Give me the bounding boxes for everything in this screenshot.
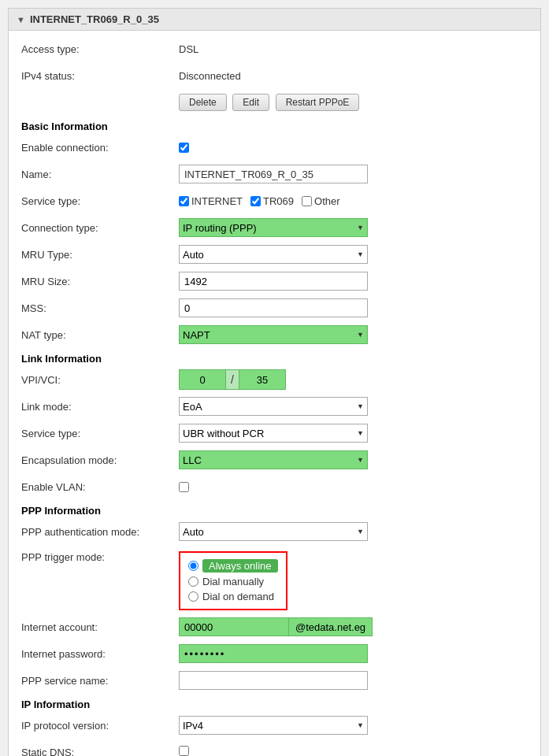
ppp-trigger-mode-row: PPP trigger mode: Always online Dial man… [21,548,528,610]
static-dns-value [179,746,528,756]
service-internet-label: INTERNET [191,195,243,207]
ppp-auth-mode-value: Auto [179,522,528,541]
nat-type-row: NAT type: NAPT [21,324,528,345]
page-title: INTERNET_TR069_R_0_35 [30,13,159,25]
ppp-auth-mode-select[interactable]: Auto [179,522,368,541]
ipv4-status-label: IPv4 status: [21,70,179,82]
service-tr069-item: TR069 [250,195,294,207]
service-type-row: Service type: INTERNET TR069 Other [21,191,528,211]
mru-type-wrapper: Auto [179,245,368,264]
ppp-service-name-value [179,671,528,690]
ip-info-heading: IP Information [21,699,528,710]
service-other-label: Other [314,195,340,207]
ip-protocol-row: IP protocol version: IPv4 [21,715,528,736]
link-mode-row: Link mode: EoA [21,396,528,417]
title-bar: ▼ INTERNET_TR069_R_0_35 [9,9,540,31]
nat-type-label: NAT type: [21,329,179,341]
dial-manually-row: Dial manually [188,576,278,587]
delete-button[interactable]: Delete [179,94,227,111]
enable-connection-checkbox[interactable] [179,143,189,153]
ip-protocol-select[interactable]: IPv4 [179,716,368,735]
static-dns-row: Static DNS: [21,742,528,756]
internet-account-value: @tedata.net.eg [179,617,528,636]
always-online-label: Always online [202,559,278,573]
vpi-vci-row: VPI/VCI: / [21,369,528,390]
mru-size-label: MRU Size: [21,276,179,287]
ppp-service-name-label: PPP service name: [21,675,179,687]
always-online-row: Always online [188,559,278,573]
enable-connection-row: Enable connection: [21,137,528,158]
nat-type-select[interactable]: NAPT [179,325,368,344]
encapsulation-label: Encapsulation mode: [21,454,179,466]
action-buttons-row: Delete Edit Restart PPPoE [21,92,528,113]
basic-info-heading: Basic Information [21,120,528,132]
encapsulation-select[interactable]: LLC [179,450,368,469]
ipv4-status-value: Disconnected [179,70,528,82]
link-service-type-select[interactable]: UBR without PCR [179,424,368,443]
service-other-checkbox[interactable] [302,196,312,206]
action-buttons-group: Delete Edit Restart PPPoE [179,94,362,111]
enable-vlan-label: Enable VLAN: [21,481,179,493]
enable-vlan-checkbox[interactable] [179,482,189,492]
mru-size-input[interactable] [179,272,368,291]
vci-input[interactable] [239,369,286,390]
main-container: ▼ INTERNET_TR069_R_0_35 Access type: DSL… [8,8,541,756]
link-service-type-label: Service type: [21,428,179,439]
service-internet-item: INTERNET [179,195,243,207]
internet-password-row: Internet password: [21,643,528,664]
ip-protocol-label: IP protocol version: [21,720,179,732]
ip-protocol-value: IPv4 [179,716,528,735]
ppp-trigger-box: Always online Dial manually Dial on dema… [179,551,287,610]
dial-demand-radio[interactable] [188,591,198,602]
title-arrow-icon: ▼ [17,15,25,24]
ppp-trigger-mode-value: Always online Dial manually Dial on dema… [179,551,528,610]
content-area: Access type: DSL IPv4 status: Disconnect… [9,31,540,756]
mru-type-row: MRU Type: Auto [21,244,528,265]
dial-manually-radio[interactable] [188,576,198,587]
internet-password-value [179,644,528,663]
dial-demand-label: Dial on demand [202,591,274,602]
internet-account-label: Internet account: [21,621,179,633]
static-dns-label: Static DNS: [21,747,179,757]
link-service-type-value: UBR without PCR [179,424,528,443]
mss-value [179,298,528,317]
static-dns-checkbox[interactable] [179,746,189,756]
mru-size-value [179,272,528,291]
always-online-radio[interactable] [188,561,198,571]
nat-type-value: NAPT [179,325,528,344]
mru-type-select[interactable]: Auto [179,245,368,264]
edit-button[interactable]: Edit [232,94,269,111]
access-type-label: Access type: [21,43,179,55]
link-info-heading: Link Information [21,353,528,365]
internet-password-label: Internet password: [21,648,179,660]
internet-password-input[interactable] [179,644,368,663]
enable-connection-label: Enable connection: [21,142,179,154]
link-mode-label: Link mode: [21,401,179,413]
connection-type-select[interactable]: IP routing (PPP) [179,218,368,237]
ipv4-status-row: IPv4 status: Disconnected [21,65,528,86]
link-mode-select[interactable]: EoA [179,397,368,416]
connection-type-row: Connection type: IP routing (PPP) [21,217,528,238]
ppp-service-name-input[interactable] [179,671,368,690]
service-tr069-checkbox[interactable] [250,196,261,206]
internet-account-input[interactable] [179,617,289,636]
ppp-auth-mode-wrapper: Auto [179,522,368,541]
ppp-info-heading: PPP Information [21,505,528,517]
service-type-checkboxes: INTERNET TR069 Other [179,195,528,207]
enable-connection-value [179,143,528,153]
mss-input[interactable] [179,298,368,317]
vpi-vci-value: / [179,369,528,390]
vpi-input[interactable] [179,369,226,390]
service-type-label: Service type: [21,195,179,207]
link-mode-value: EoA [179,397,528,416]
account-suffix: @tedata.net.eg [289,617,373,636]
restart-pppoe-button[interactable]: Restart PPPoE [276,94,360,111]
service-internet-checkbox[interactable] [179,196,189,206]
enable-vlan-value [179,482,528,492]
name-input[interactable] [179,165,368,183]
internet-account-row: Internet account: @tedata.net.eg [21,617,528,637]
encapsulation-wrapper: LLC [179,450,368,469]
link-mode-wrapper: EoA [179,397,368,416]
mss-label: MSS: [21,302,179,314]
connection-type-wrapper: IP routing (PPP) [179,218,368,237]
